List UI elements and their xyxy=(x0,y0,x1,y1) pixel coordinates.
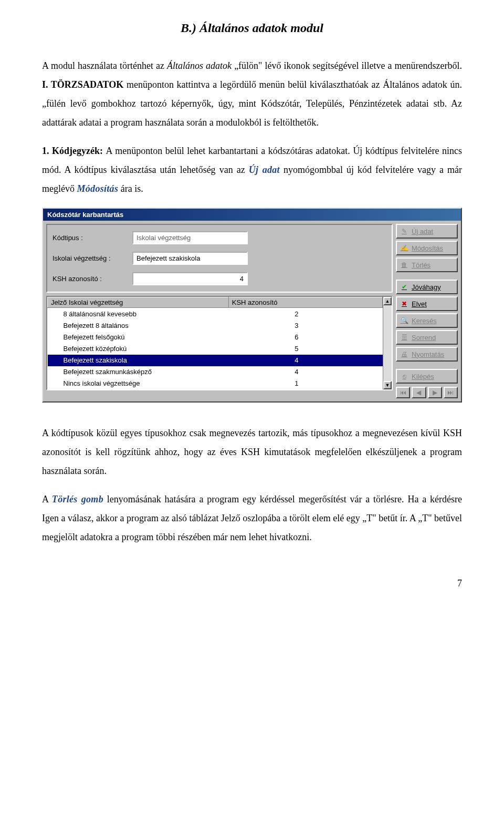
jovahagy-button[interactable]: ✔ Jóváhagy xyxy=(396,280,458,294)
text: A xyxy=(42,494,52,504)
table-row[interactable]: Befejezett 8 általános3 xyxy=(48,319,383,331)
text: ára is. xyxy=(121,183,143,194)
cell-ksh: 4 xyxy=(228,366,382,378)
kereses-button[interactable]: 🔍 Keresés xyxy=(396,313,458,328)
text: lenyomásának hatására a program egy kérd… xyxy=(42,494,462,542)
button-label: Nyomtatás xyxy=(412,350,444,358)
cell-name: Befejezett szakmunkásképző xyxy=(48,366,229,378)
scrollbar[interactable]: ▲ ▼ xyxy=(383,297,392,389)
data-table[interactable]: Jelző Iskolai végzettség KSH azonosító 8… xyxy=(47,297,383,389)
table-row[interactable]: Nincs iskolai végzettsége1 xyxy=(48,378,383,389)
new-icon: ✎ xyxy=(400,227,408,235)
action-word: Módosítás xyxy=(77,183,118,194)
print-icon: 🖨 xyxy=(400,350,408,358)
cell-ksh: 3 xyxy=(228,319,382,331)
trash-icon: 🗑 xyxy=(400,261,408,269)
cell-ksh: 1 xyxy=(228,378,382,389)
text-emphasis: Általános adatok xyxy=(167,60,232,71)
button-label: Törlés xyxy=(412,261,430,269)
cell-name: Nincs iskolai végzettsége xyxy=(48,378,229,389)
cell-name: Befejezett középfokú xyxy=(48,343,229,354)
text: „fülön" lévő ikonok segítségével illetve… xyxy=(234,60,462,71)
text: A modul használata történhet az xyxy=(42,60,167,71)
label-ksh: KSH azonosító : xyxy=(52,275,126,283)
table-row[interactable]: Befejezett szakiskola4 xyxy=(48,355,383,366)
app-window: Kódszótár karbantartás Kódtipus : Iskola… xyxy=(42,208,462,403)
text-bold: I. TÖRZSADATOK xyxy=(42,79,123,90)
cell-name: Befejezett 8 általános xyxy=(48,319,229,331)
nav-first-button[interactable]: ⏮ xyxy=(396,387,410,398)
paragraph-4: A Törlés gomb lenyomásának hatására a pr… xyxy=(42,490,462,546)
kilepes-button[interactable]: ⎋ Kilépés xyxy=(396,369,458,384)
action-word: Új adat xyxy=(249,164,280,175)
embedded-screenshot: Kódszótár karbantartás Kódtipus : Iskola… xyxy=(42,208,462,403)
search-icon: 🔍 xyxy=(400,316,408,325)
data-table-panel: Jelző Iskolai végzettség KSH azonosító 8… xyxy=(46,296,393,390)
ujadat-button[interactable]: ✎ Új adat xyxy=(396,224,458,239)
nav-last-button[interactable]: ⏭ xyxy=(444,387,458,398)
nyomtatas-button[interactable]: 🖨 Nyomtatás xyxy=(396,347,458,362)
iskolai-field[interactable] xyxy=(132,252,248,265)
table-header-ksh[interactable]: KSH azonosító xyxy=(228,297,382,308)
check-icon: ✔ xyxy=(400,283,408,291)
button-panel: ✎ Új adat ✍ Módosítás 🗑 Törlés ✔ Jóváhag… xyxy=(396,224,458,398)
cell-name: 8 általánosnál kevesebb xyxy=(48,308,229,320)
kodtipus-field[interactable] xyxy=(132,231,248,244)
text-bold: 1. Kódjegyzék: xyxy=(42,146,106,156)
label-kodtipus: Kódtipus : xyxy=(52,234,126,242)
table-row[interactable]: Befejezett középfokú5 xyxy=(48,343,383,354)
modositas-button[interactable]: ✍ Módosítás xyxy=(396,241,458,255)
page-number: 7 xyxy=(42,578,462,589)
scroll-down-icon[interactable]: ▼ xyxy=(383,381,392,389)
cell-ksh: 5 xyxy=(228,343,382,354)
cell-name: Befejezett felsőgokú xyxy=(48,331,229,343)
kodjegyzek-paragraph: 1. Kódjegyzék: A menüponton belül lehet … xyxy=(42,141,462,198)
button-label: Új adat xyxy=(412,228,433,235)
scroll-track[interactable] xyxy=(383,305,392,381)
scroll-up-icon[interactable]: ▲ xyxy=(383,297,392,305)
nav-prev-button[interactable]: ◀ xyxy=(412,387,426,398)
form-panel: Kódtipus : Iskolai végzettség : KSH azon… xyxy=(46,224,393,293)
cell-ksh: 6 xyxy=(228,331,382,343)
edit-icon: ✍ xyxy=(400,244,408,252)
table-row[interactable]: Befejezett felsőgokú6 xyxy=(48,331,383,343)
cell-ksh: 2 xyxy=(228,308,382,320)
nav-next-button[interactable]: ▶ xyxy=(428,387,442,398)
cell-name: Befejezett szakiskola xyxy=(48,355,229,366)
paragraph-3: A kódtípusok közül egyes típusokhoz csak… xyxy=(42,424,462,480)
exit-icon: ⎋ xyxy=(400,372,408,380)
table-header-name[interactable]: Jelző Iskolai végzettség xyxy=(48,297,229,308)
button-label: Keresés xyxy=(412,317,437,325)
torles-button[interactable]: 🗑 Törlés xyxy=(396,257,458,272)
elvet-button[interactable]: ✖ Elvet xyxy=(396,296,458,311)
button-label: Módosítás xyxy=(412,244,443,252)
window-titlebar: Kódszótár karbantartás xyxy=(43,209,461,221)
button-label: Sorrend xyxy=(412,334,436,342)
button-label: Kilépés xyxy=(412,373,434,380)
page-title: B.) Általános adatok modul xyxy=(42,21,462,35)
label-iskolai: Iskolai végzettség : xyxy=(52,254,126,262)
ksh-field[interactable] xyxy=(132,272,248,285)
action-word: Törlés gomb xyxy=(52,494,103,504)
cancel-icon: ✖ xyxy=(400,300,408,308)
button-label: Elvet xyxy=(412,300,427,308)
sorrend-button[interactable]: ☰ Sorrend xyxy=(396,330,458,345)
cell-ksh: 4 xyxy=(228,355,382,366)
intro-paragraph: A modul használata történhet az Általáno… xyxy=(42,56,462,132)
sort-icon: ☰ xyxy=(400,333,408,342)
table-row[interactable]: Befejezett szakmunkásképző4 xyxy=(48,366,383,378)
table-row[interactable]: 8 általánosnál kevesebb2 xyxy=(48,308,383,320)
button-label: Jóváhagy xyxy=(412,283,441,291)
